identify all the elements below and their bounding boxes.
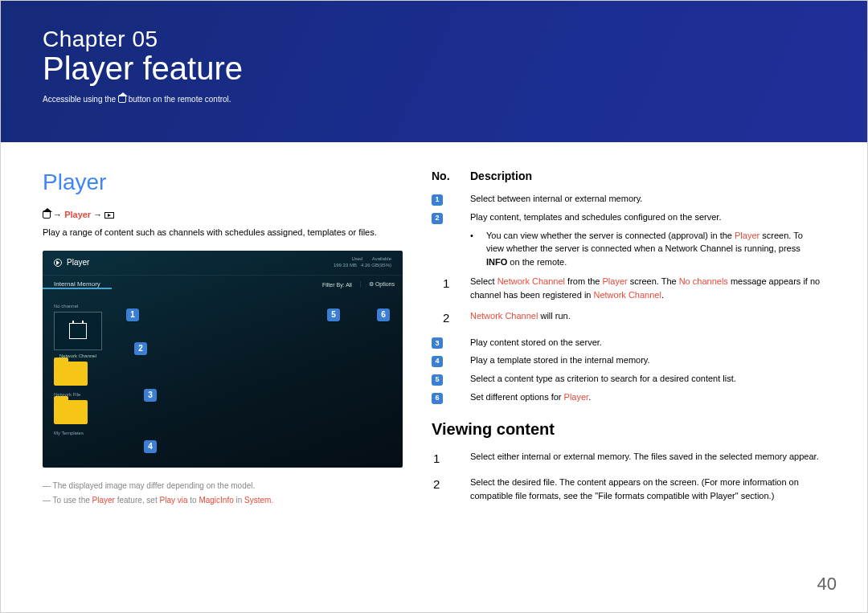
tab-internal-memory[interactable]: Internal Memory xyxy=(43,280,112,289)
section-no-channel: No channel xyxy=(54,304,391,309)
desc-row-4: 4 Play a template stored in the internal… xyxy=(432,353,821,367)
note-2: ― To use the Player feature, set Play vi… xyxy=(43,493,411,508)
right-column: No. Description 1 Select between interna… xyxy=(411,142,845,510)
chapter-hero: Chapter 05 Player feature Accessible usi… xyxy=(1,1,867,142)
scr-body: No channel Network Channel Network File … xyxy=(43,296,403,468)
callout-2: 2 xyxy=(134,342,147,355)
viewing-step-2: 2 Select the desired file. The content a… xyxy=(432,476,821,502)
enter-icon xyxy=(104,212,114,219)
callout-6: 6 xyxy=(377,309,390,321)
desc-row-6: 6 Set different options for Player. xyxy=(432,390,821,404)
chapter-title: Player feature xyxy=(43,51,825,87)
step-number-2: 2 xyxy=(432,309,470,328)
folder-icon xyxy=(54,400,88,424)
row2-bullet: • You can view whether the server is con… xyxy=(470,229,821,269)
chapter-label: Chapter 05 xyxy=(43,27,825,52)
filter-dropdown[interactable]: Filter By: All xyxy=(314,282,360,288)
left-column: Player → Player → Play a range of conten… xyxy=(1,142,411,510)
play-icon xyxy=(54,259,62,267)
col-desc: Description xyxy=(470,170,532,182)
col-no: No. xyxy=(432,170,470,182)
section-my-templates: My Templates xyxy=(54,431,391,435)
content-columns: Player → Player → Play a range of conten… xyxy=(1,142,867,510)
row2-step2: 2 Network Channel will run. xyxy=(432,309,821,328)
badge-5: 5 xyxy=(432,374,443,386)
desc-row-1: 1 Select between internal or external me… xyxy=(432,192,821,206)
footnotes: ― The displayed image may differ dependi… xyxy=(43,479,411,508)
page-number: 40 xyxy=(817,574,837,595)
scr-title: Player xyxy=(67,258,89,267)
scr-tabs: Internal Memory Filter By: All ⚙ Options xyxy=(43,275,403,294)
badge-4: 4 xyxy=(432,356,443,367)
callout-4: 4 xyxy=(144,440,157,453)
step-number-2: 2 xyxy=(432,476,470,502)
home-icon xyxy=(43,210,51,219)
document-page: Chapter 05 Player feature Accessible usi… xyxy=(0,0,868,613)
player-screenshot: Player Used Available 199.33 MB 4.26 GB(… xyxy=(43,251,403,468)
path-player: Player xyxy=(64,210,91,219)
nav-path: → Player → xyxy=(43,210,411,219)
table-header: No. Description xyxy=(432,170,821,182)
callout-3: 3 xyxy=(144,389,157,402)
note-1: ― The displayed image may differ dependi… xyxy=(43,479,411,493)
options-button[interactable]: ⚙ Options xyxy=(360,281,403,288)
badge-2: 2 xyxy=(432,213,443,224)
badge-3: 3 xyxy=(432,337,443,349)
badge-1: 1 xyxy=(432,194,443,206)
calendar-icon xyxy=(69,323,87,339)
row2-step1: 1 Select Network Channel from the Player… xyxy=(432,275,821,301)
player-heading: Player xyxy=(43,170,411,195)
callout-5: 5 xyxy=(327,309,340,321)
scr-titlebar: Player Used Available 199.33 MB 4.26 GB(… xyxy=(43,251,403,275)
tile-folder-1[interactable] xyxy=(54,362,88,386)
tile-network-channel[interactable]: Network Channel xyxy=(54,312,102,358)
accessible-note: Accessible using the button on the remot… xyxy=(43,95,825,104)
tile-folder-2[interactable] xyxy=(54,400,88,424)
scr-storage-stats: Used Available 199.33 MB 4.26 GB(95%) xyxy=(334,256,391,268)
viewing-heading: Viewing content xyxy=(432,420,821,439)
callout-1: 1 xyxy=(126,309,139,321)
step-number-1: 1 xyxy=(432,275,470,301)
folder-icon xyxy=(54,362,88,386)
home-icon xyxy=(118,95,126,103)
desc-row-2: 2 Play content, templates and schedules … xyxy=(432,210,821,224)
player-intro: Play a range of content such as channels… xyxy=(43,226,411,239)
badge-6: 6 xyxy=(432,393,443,404)
section-network-file: Network File xyxy=(54,392,391,397)
desc-row-5: 5 Select a content type as criterion to … xyxy=(432,372,821,386)
viewing-step-1: 1 Select either internal or external mem… xyxy=(432,450,821,468)
desc-row-3: 3 Play content stored on the server. xyxy=(432,336,821,349)
step-number-1: 1 xyxy=(432,450,470,468)
